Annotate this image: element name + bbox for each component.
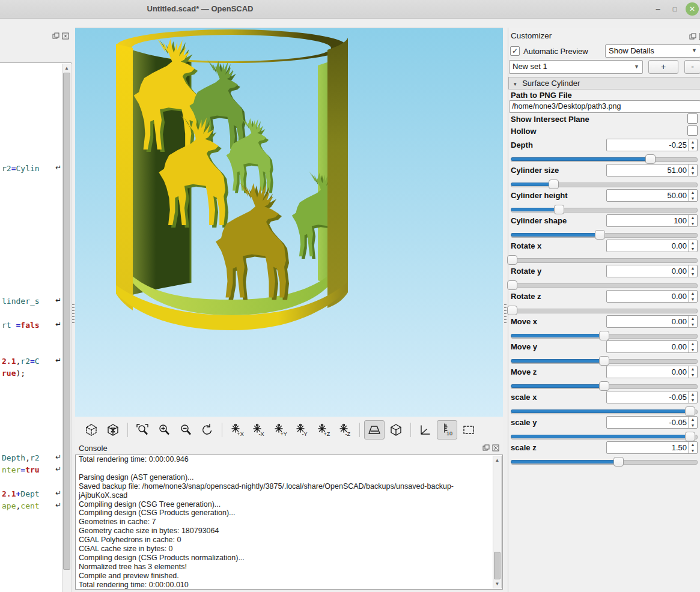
editor-float-icon[interactable] xyxy=(52,32,59,40)
path-to-png-input[interactable]: /home/none3/Desktop/path3.png xyxy=(509,100,700,113)
slider-handle[interactable] xyxy=(507,255,517,265)
group-surface-cylinder[interactable]: ▾ Surface Cylinder xyxy=(508,77,700,89)
scroll-up-icon[interactable]: ▲ xyxy=(62,64,71,72)
rotate-y-slider[interactable] xyxy=(511,280,698,290)
close-button[interactable]: ✕ xyxy=(686,2,699,16)
spin-up-icon[interactable]: ▲ xyxy=(689,165,697,171)
cylinder-height-slider[interactable] xyxy=(511,205,698,214)
move-x-slider[interactable] xyxy=(511,331,698,340)
scale-x-input[interactable]: -0.05▲▼ xyxy=(606,391,698,403)
preset-combobox[interactable]: New set 1 ▼ xyxy=(509,60,643,74)
spin-down-icon[interactable]: ▼ xyxy=(689,423,697,429)
render-button[interactable] xyxy=(103,420,123,439)
spin-up-icon[interactable]: ▲ xyxy=(689,240,697,246)
show-details-dropdown[interactable]: Show Details ▼ xyxy=(605,44,700,58)
rotate-x-input[interactable]: 0.00▲▼ xyxy=(606,240,698,252)
spinner-arrows[interactable]: ▲▼ xyxy=(688,240,697,252)
view-all-button[interactable] xyxy=(458,420,479,439)
slider-handle[interactable] xyxy=(507,306,517,315)
slider-track[interactable] xyxy=(511,283,698,288)
spin-down-icon[interactable]: ▼ xyxy=(689,145,697,151)
cylinder-height-input[interactable]: 50.00▲▼ xyxy=(606,189,698,202)
spin-up-icon[interactable]: ▲ xyxy=(689,190,697,196)
orthogonal-button[interactable] xyxy=(386,420,406,439)
spinner-arrows[interactable]: ▲▼ xyxy=(688,341,697,352)
titlebar[interactable]: Untitled.scad* — OpenSCAD – □ ✕ xyxy=(0,0,700,19)
spinner-arrows[interactable]: ▲▼ xyxy=(688,139,697,151)
scroll-down-icon[interactable]: ▼ xyxy=(493,580,501,588)
spin-up-icon[interactable]: ▲ xyxy=(689,417,697,423)
automatic-preview-checkbox[interactable]: ✓ xyxy=(510,46,520,56)
cylinder-size-input[interactable]: 51.00▲▼ xyxy=(606,164,698,177)
preview-button[interactable] xyxy=(81,420,102,439)
rotate-z-slider[interactable] xyxy=(511,306,698,315)
slider-handle[interactable] xyxy=(685,406,695,416)
scale-z-slider[interactable] xyxy=(511,457,698,467)
spinner-arrows[interactable]: ▲▼ xyxy=(688,165,697,176)
spin-up-icon[interactable]: ▲ xyxy=(689,442,697,448)
spin-up-icon[interactable]: ▲ xyxy=(689,215,697,221)
scale-x-slider[interactable] xyxy=(511,406,698,416)
console-log[interactable]: Total rendering time: 0:00:00.946 Parsin… xyxy=(75,455,503,590)
reset-view-button[interactable] xyxy=(197,420,218,439)
spin-down-icon[interactable]: ▼ xyxy=(689,372,697,378)
spinner-arrows[interactable]: ▲▼ xyxy=(688,391,697,403)
editor-textarea[interactable]: r2=Cylin↵linder_s↵rt =fals↵2.1,r2=C↵rue)… xyxy=(0,62,72,592)
spin-down-icon[interactable]: ▼ xyxy=(689,448,697,454)
slider-handle[interactable] xyxy=(645,154,656,164)
spin-up-icon[interactable]: ▲ xyxy=(689,291,697,297)
view-minus-z-button[interactable]: -Z xyxy=(335,420,355,439)
spin-down-icon[interactable]: ▼ xyxy=(689,271,697,277)
show-axes-button[interactable] xyxy=(415,420,436,439)
spin-down-icon[interactable]: ▼ xyxy=(689,171,697,177)
scale-y-input[interactable]: -0.05▲▼ xyxy=(606,416,698,429)
spinner-arrows[interactable]: ▲▼ xyxy=(688,417,697,428)
move-z-slider[interactable] xyxy=(511,381,698,391)
slider-handle[interactable] xyxy=(599,356,609,366)
spin-down-icon[interactable]: ▼ xyxy=(689,322,697,328)
spinner-arrows[interactable]: ▲▼ xyxy=(688,366,697,378)
console-scrollbar-thumb[interactable] xyxy=(494,552,501,579)
show-scale-markers-button[interactable]: 10 xyxy=(437,420,457,439)
zoom-in-button[interactable] xyxy=(154,420,174,439)
spin-down-icon[interactable]: ▼ xyxy=(689,397,697,403)
spinner-arrows[interactable]: ▲▼ xyxy=(688,316,697,327)
preset-add-button[interactable]: + xyxy=(648,60,678,74)
slider-handle[interactable] xyxy=(554,205,564,214)
spin-up-icon[interactable]: ▲ xyxy=(689,139,697,145)
view-plus-y-button[interactable]: +Y xyxy=(270,420,290,439)
editor-scrollbar-thumb[interactable] xyxy=(63,73,70,570)
show-intersect-plane-checkbox[interactable] xyxy=(687,113,698,124)
move-y-slider[interactable] xyxy=(511,356,698,366)
spin-down-icon[interactable]: ▼ xyxy=(689,297,697,303)
view-minus-x-button[interactable]: -X xyxy=(248,420,269,439)
slider-handle[interactable] xyxy=(595,230,605,240)
zoom-out-button[interactable] xyxy=(175,420,196,439)
viewport-3d[interactable] xyxy=(75,28,503,417)
move-y-input[interactable]: 0.00▲▼ xyxy=(606,340,698,353)
view-plus-z-button[interactable]: +Z xyxy=(313,420,333,439)
view-plus-x-button[interactable]: +X xyxy=(227,420,247,439)
scale-z-input[interactable]: 1.50▲▼ xyxy=(606,441,698,454)
depth-slider[interactable] xyxy=(511,154,698,164)
spin-down-icon[interactable]: ▼ xyxy=(689,347,697,353)
perspective-button[interactable] xyxy=(364,420,385,439)
slider-handle[interactable] xyxy=(507,280,517,290)
spin-up-icon[interactable]: ▲ xyxy=(689,391,697,397)
console-close-icon[interactable] xyxy=(492,444,499,452)
console-scrollbar[interactable]: ▲ ▼ xyxy=(493,456,502,588)
minimize-button[interactable]: – xyxy=(651,2,665,16)
move-x-input[interactable]: 0.00▲▼ xyxy=(606,315,698,328)
zoom-all-button[interactable] xyxy=(132,420,153,439)
slider-handle[interactable] xyxy=(613,457,624,467)
rotate-z-input[interactable]: 0.00▲▼ xyxy=(606,290,698,303)
spin-down-icon[interactable]: ▼ xyxy=(689,196,697,202)
maximize-button[interactable]: □ xyxy=(668,2,682,16)
slider-handle[interactable] xyxy=(685,432,695,441)
rotate-x-slider[interactable] xyxy=(511,255,698,265)
view-minus-y-button[interactable]: -Y xyxy=(291,420,312,439)
spin-down-icon[interactable]: ▼ xyxy=(689,221,697,227)
spinner-arrows[interactable]: ▲▼ xyxy=(688,291,697,302)
spinner-arrows[interactable]: ▲▼ xyxy=(688,442,697,453)
depth-input[interactable]: -0.25▲▼ xyxy=(606,139,698,151)
